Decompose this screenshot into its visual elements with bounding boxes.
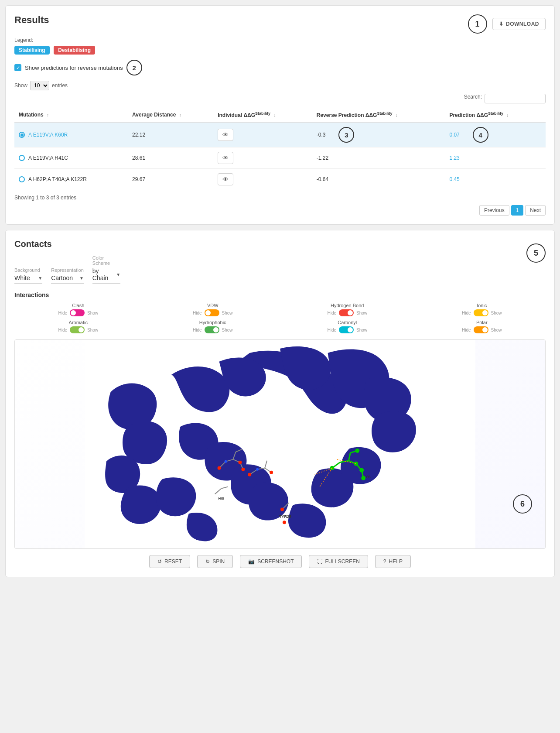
eye-button-1[interactable]: 👁 [218,129,233,141]
background-select[interactable]: White ▼ [14,274,42,281]
screenshot-button[interactable]: 📷 SCREENSHOT [240,555,302,568]
cell-prediction-1: 0.07 4 [445,122,546,147]
interaction-hydrogen-bond: Hydrogen Bond Hide Show [283,303,411,316]
cell-mutation-2: A E119V;A R41C [14,147,128,169]
interaction-ionic: Ionic Hide Show [418,303,546,316]
interaction-aromatic: Aromatic Hide Show [14,320,142,333]
entries-select[interactable]: 10 25 50 [30,81,49,90]
radio-btn-2[interactable] [19,155,25,161]
table-row: A E119V;A R41C 28.61 👁 -1.22 1.23 [14,147,546,169]
ionic-toggle-row: Hide Show [462,309,502,316]
dropdown-arrow-background: ▼ [38,276,42,281]
mutation-text-2: A E119V;A R41C [28,155,68,161]
representation-select[interactable]: Cartoon ▼ [51,274,84,281]
legend-label: Legend: [14,37,546,43]
sort-icon-mutations: ↕ [47,113,49,117]
controls-row: Background White ▼ Representation Cartoo… [14,255,155,284]
results-title: Results [14,14,49,26]
color-scheme-control: Color Scheme by Chain ▼ [92,255,120,284]
spin-button[interactable]: ↻ SPIN [197,555,233,568]
results-panel: Results 1 ⬇ DOWNLOAD Legend: Stabilising… [5,5,555,225]
cell-individual-2: 👁 [213,147,312,169]
radio-btn-1[interactable] [19,132,25,138]
help-icon: ? [383,558,386,565]
col-avg-distance: Average Distance ↕ [128,108,213,122]
download-icon: ⬇ [499,21,504,27]
color-scheme-select[interactable]: by Chain ▼ [92,267,120,281]
table-row: A H62P;A T40A;A K122R 29.67 👁 -0.64 0.45 [14,169,546,190]
svg-point-9 [241,468,245,471]
showing-text: Showing 1 to 3 of 3 entries [14,195,546,201]
polar-toggle[interactable] [474,326,488,333]
previous-button[interactable]: Previous [479,205,509,216]
hydrophobic-toggle-row: Hide Show [193,326,233,333]
hydrogen-toggle[interactable] [339,309,354,316]
polar-toggle-row: Hide Show [462,326,502,333]
reset-label: RESET [164,558,182,565]
results-title-area: Results [14,14,49,26]
clash-show-label: Show [87,311,98,315]
sort-icon-individual: ↕ [273,113,276,118]
spin-icon: ↻ [205,558,210,565]
vdw-show-label: Show [222,311,233,315]
mutation-link-1[interactable]: A E119V;A K60R [28,132,68,138]
results-table: Mutations ↕ Average Distance ↕ Individua… [14,108,546,190]
svg-point-23 [355,449,359,453]
clash-toggle[interactable] [70,309,85,316]
contacts-header-row: Contacts Background White ▼ Representati… [14,239,546,291]
svg-point-33 [256,468,259,471]
search-input[interactable] [485,94,546,103]
eye-button-3[interactable]: 👁 [218,173,233,185]
protein-viewer[interactable]: LYS [14,339,546,549]
reverse-mutations-checkbox[interactable]: ✓ [14,64,21,71]
circle-badge-3: 3 [338,127,354,143]
cell-distance-3: 29.67 [128,169,213,190]
clash-hide-label: Hide [58,311,67,315]
aromatic-toggle[interactable] [70,326,85,333]
interaction-carbonyl: Carbonyl Hide Show [283,320,411,333]
col-prediction-ddg: Prediction ΔΔGStability ↕ [445,108,546,122]
aromatic-toggle-row: Hide Show [58,326,98,333]
cell-individual-3: 👁 [213,169,312,190]
color-scheme-value: by Chain [92,267,116,281]
radio-btn-3[interactable] [19,176,25,182]
clash-name: Clash [72,303,84,308]
page-1-button[interactable]: 1 [511,205,524,216]
vdw-toggle[interactable] [205,309,219,316]
svg-point-7 [218,466,221,470]
circle-badge-6: 6 [513,494,532,514]
reset-icon: ↺ [157,558,162,565]
download-button[interactable]: ⬇ DOWNLOAD [492,18,546,30]
circle-badge-2: 2 [126,60,142,75]
carbonyl-toggle[interactable] [339,326,354,333]
sort-icon-reverse: ↕ [396,113,398,118]
dropdown-arrow-colorscheme: ▼ [116,272,120,277]
representation-label: Representation [51,267,84,273]
cell-reverse-3: -0.64 [312,169,445,190]
checkbox-row: ✓ Show predictions for reverse mutations… [14,60,546,75]
polar-hide-label: Hide [462,328,471,332]
fullscreen-button[interactable]: ⛶ FULLSCREEN [309,555,368,568]
col-individual-ddg: Individual ΔΔGStability ↕ [213,108,312,122]
help-button[interactable]: ? HELP [375,555,411,568]
svg-point-21 [359,468,364,473]
reset-button[interactable]: ↺ RESET [149,555,190,568]
badge-stabilising: Stabilising [14,46,50,55]
fullscreen-label: FULLSCREEN [325,558,359,565]
eye-button-2[interactable]: 👁 [218,152,233,164]
vdw-toggle-row: Hide Show [193,309,233,316]
carbonyl-toggle-row: Hide Show [327,326,367,333]
hydrophobic-toggle[interactable] [205,326,219,333]
ionic-toggle[interactable] [474,309,488,316]
spin-label: SPIN [212,558,225,565]
hydrogen-hide-label: Hide [327,311,336,315]
svg-text:HIS: HIS [219,497,224,500]
protein-svg: LYS [15,340,545,548]
vdw-hide-label: Hide [193,311,202,315]
hydrogen-toggle-row: Hide Show [327,309,367,316]
screenshot-icon: 📷 [248,558,255,565]
next-button[interactable]: Next [525,205,546,216]
carbonyl-hide-label: Hide [327,328,336,332]
contacts-left: Contacts Background White ▼ Representati… [14,239,155,291]
hydrophobic-show-label: Show [222,328,233,332]
